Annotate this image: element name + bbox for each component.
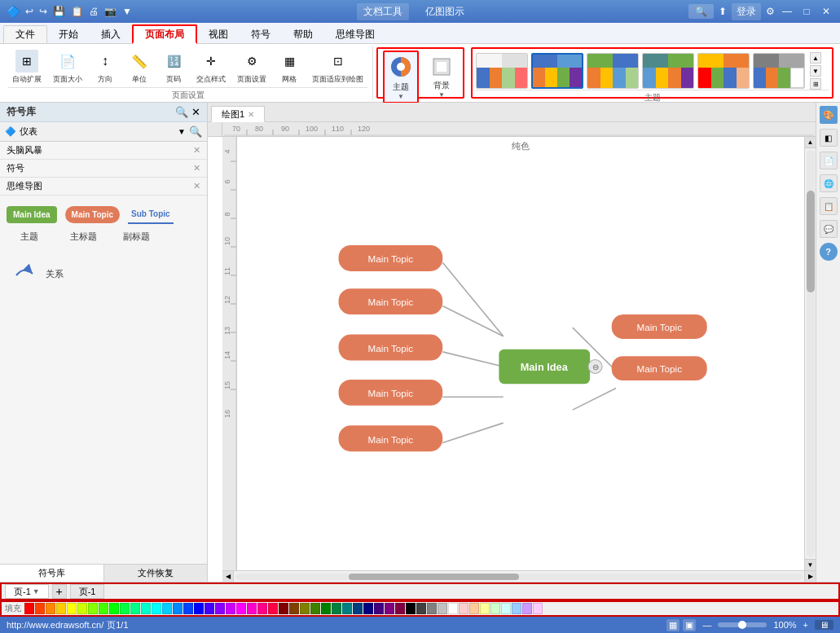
palette-swatch[interactable]: [183, 603, 193, 614]
palette-swatch[interactable]: [257, 603, 267, 614]
palette-swatch[interactable]: [247, 603, 257, 614]
palette-swatch[interactable]: [279, 603, 288, 614]
orientation-btn[interactable]: ↕ 方向: [90, 47, 121, 87]
palette-swatch[interactable]: [363, 603, 373, 614]
tab-file-restore[interactable]: 文件恢复: [104, 565, 208, 582]
theme-swatch-1[interactable]: [476, 53, 528, 89]
palette-swatch[interactable]: [268, 603, 278, 614]
palette-swatch[interactable]: [427, 603, 437, 614]
sidebar-close-icon[interactable]: ✕: [191, 106, 200, 118]
theme-swatch-2[interactable]: [531, 53, 583, 89]
palette-swatch[interactable]: [448, 603, 458, 614]
palette-swatch[interactable]: [438, 603, 447, 614]
palette-swatch[interactable]: [173, 603, 183, 614]
right-panel-btn-3[interactable]: 🌐: [820, 174, 838, 192]
palette-swatch[interactable]: [332, 603, 341, 614]
crosshair-btn[interactable]: ✛ 交点样式: [192, 47, 230, 87]
hscroll-thumb[interactable]: [349, 574, 519, 580]
search-box-icon[interactable]: 🔍: [688, 4, 714, 19]
palette-swatch[interactable]: [416, 603, 426, 614]
tab-mindmap[interactable]: 思维导图: [324, 25, 386, 43]
symbol-sub-topic[interactable]: Sub Topic: [128, 205, 174, 224]
tab-view[interactable]: 视图: [197, 25, 240, 43]
page-size-btn[interactable]: 📄 页面大小: [49, 47, 86, 87]
palette-swatch[interactable]: [300, 603, 310, 614]
theme-swatch-3[interactable]: [587, 53, 639, 89]
tab-file[interactable]: 文件: [3, 25, 47, 43]
sidebar-category-symbol[interactable]: 符号 ✕: [0, 160, 207, 178]
category-selector[interactable]: 🔷 仪表 ▼ 🔍: [0, 122, 207, 142]
sidebar-search-icon[interactable]: 🔍: [175, 106, 188, 118]
list-view-icon[interactable]: ▣: [683, 619, 696, 631]
right-panel-btn-6[interactable]: ?: [820, 243, 838, 261]
palette-swatch[interactable]: [480, 603, 490, 614]
dropdown-icon[interactable]: ▼: [121, 6, 134, 17]
theme-swatch-6[interactable]: [753, 53, 805, 89]
add-page-btn[interactable]: +: [52, 584, 67, 599]
palette-swatch[interactable]: [395, 603, 405, 614]
palette-swatch[interactable]: [321, 603, 331, 614]
cat-brainstorm-close[interactable]: ✕: [193, 145, 200, 156]
palette-swatch[interactable]: [120, 603, 130, 614]
palette-swatch[interactable]: [385, 603, 394, 614]
vscroll-track[interactable]: [807, 150, 815, 557]
palette-swatch[interactable]: [35, 603, 45, 614]
palette-swatch[interactable]: [46, 603, 55, 614]
right-panel-btn-2[interactable]: 📄: [820, 152, 838, 169]
palette-swatch[interactable]: [88, 603, 98, 614]
zoom-slider-wrap[interactable]: [718, 622, 767, 627]
palette-swatch[interactable]: [374, 603, 384, 614]
fit-page-btn[interactable]: ⊡ 页面适应到绘图: [308, 47, 367, 87]
palette-swatch[interactable]: [289, 603, 299, 614]
vscroll-thumb[interactable]: [807, 191, 815, 292]
tab-help[interactable]: 帮助: [282, 25, 324, 43]
palette-swatch[interactable]: [501, 603, 511, 614]
page-num-btn[interactable]: 🔢 页码: [158, 47, 189, 87]
theme-scroll-up[interactable]: ▲: [810, 52, 821, 64]
tab-start[interactable]: 开始: [47, 25, 90, 43]
zoom-plus[interactable]: +: [803, 620, 808, 630]
vertical-scrollbar[interactable]: ▲ ▼: [804, 137, 816, 570]
palette-swatch[interactable]: [205, 603, 214, 614]
login-btn[interactable]: 登录: [732, 3, 761, 20]
unit-btn[interactable]: 📏 单位: [124, 47, 155, 87]
redo-icon[interactable]: ↪: [37, 6, 49, 17]
palette-swatch[interactable]: [533, 603, 543, 614]
page-tab-2[interactable]: 页-1: [70, 584, 105, 599]
tab-page-layout[interactable]: 页面布局: [132, 24, 197, 44]
symbol-main-topic[interactable]: Main Topic: [65, 206, 120, 223]
tab-symbol[interactable]: 符号: [240, 25, 282, 43]
hscroll-track[interactable]: [235, 574, 803, 580]
page-tab-1-dropdown[interactable]: ▼: [33, 587, 40, 596]
auto-expand-btn[interactable]: ⊞ 自动扩展: [8, 47, 46, 87]
palette-swatch[interactable]: [77, 603, 87, 614]
palette-swatch[interactable]: [490, 603, 500, 614]
palette-swatch[interactable]: [67, 603, 77, 614]
zoom-minus[interactable]: —: [702, 620, 711, 630]
theme-scroll-down[interactable]: ▼: [810, 65, 821, 77]
palette-swatch[interactable]: [406, 603, 416, 614]
undo-icon[interactable]: ↩: [24, 6, 35, 17]
vscroll-down-btn[interactable]: ▼: [805, 559, 816, 570]
page-setup-btn[interactable]: ⚙ 页面设置: [233, 47, 270, 87]
theme-btn[interactable]: 主题 ▼: [383, 51, 419, 103]
right-panel-color-btn[interactable]: 🎨: [820, 106, 838, 124]
share-icon[interactable]: ⬆: [719, 6, 727, 17]
save-icon[interactable]: 💾: [51, 6, 67, 17]
palette-swatch[interactable]: [215, 603, 225, 614]
camera-icon[interactable]: 📷: [103, 6, 118, 17]
right-panel-btn-4[interactable]: 📋: [820, 197, 838, 215]
symbol-main-idea[interactable]: Main Idea: [7, 206, 57, 223]
theme-expand[interactable]: ⊞: [810, 78, 821, 90]
palette-swatch[interactable]: [342, 603, 352, 614]
palette-swatch[interactable]: [353, 603, 363, 614]
sidebar-category-brainstorm[interactable]: 头脑风暴 ✕: [0, 142, 207, 160]
tab-insert[interactable]: 插入: [90, 25, 132, 43]
palette-swatch[interactable]: [310, 603, 320, 614]
theme-swatch-5[interactable]: [697, 53, 750, 89]
palette-swatch[interactable]: [469, 603, 479, 614]
drawing-canvas[interactable]: 纯色: [237, 137, 804, 570]
zoom-slider-thumb-el[interactable]: [738, 621, 746, 629]
print-icon[interactable]: 🖨: [87, 6, 100, 17]
theme-swatch-4[interactable]: [642, 53, 694, 89]
